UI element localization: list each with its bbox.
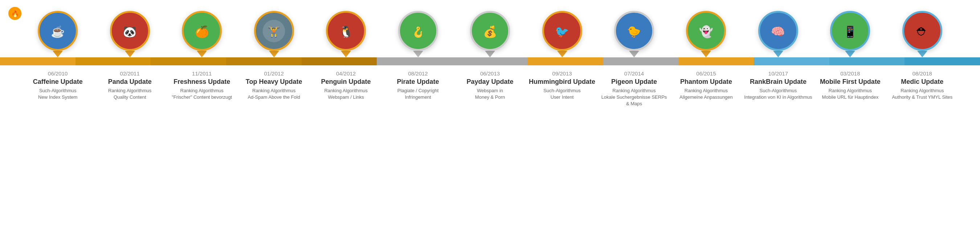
svg-text:🍊: 🍊 [195, 25, 209, 38]
svg-text:⛑: ⛑ [916, 25, 928, 38]
bar-segment-panda [75, 57, 151, 65]
update-info-pirate: 08/2012Pirate UpdatePlagiate / Copyright… [382, 70, 454, 107]
update-desc-mobilefirst: Ranking AlgorithmusMobile URL für Haupti… [816, 88, 884, 100]
update-info-phantom: 06/2015Phantom UpdateRanking Algorithmus… [670, 70, 742, 107]
icon-pointer-caffeine [52, 51, 63, 57]
update-name-topheavy: Top Heavy Update [240, 78, 308, 86]
update-date-pirate: 08/2012 [383, 70, 452, 76]
update-info-caffeine: 06/2010Caffeine UpdateSuch-AlgorithmusNe… [22, 70, 94, 107]
icon-circle-pigeon: 🐤 [614, 11, 654, 51]
update-name-mobilefirst: Mobile First Update [816, 78, 884, 86]
update-info-pigeon: 07/2014Pigeon UpdateRanking AlgorithmusL… [598, 70, 670, 107]
update-icon-medic: ⛑ [886, 11, 958, 57]
bar-segment-payday [452, 57, 528, 65]
update-date-mobilefirst: 03/2018 [816, 70, 884, 76]
icon-pointer-freshness [197, 51, 207, 57]
icon-pointer-mobilefirst [845, 51, 855, 57]
svg-text:🪝: 🪝 [412, 26, 425, 38]
icon-pointer-pigeon [629, 51, 639, 57]
update-name-pigeon: Pigeon Update [600, 78, 668, 86]
bar-segment-freshness [151, 57, 226, 65]
update-info-panda: 02/2011Panda UpdateRanking AlgorithmusQu… [94, 70, 165, 107]
update-date-medic: 08/2018 [888, 70, 956, 76]
update-name-rankbrain: RankBrain Update [744, 78, 812, 86]
bar-segment-pirate [377, 57, 452, 65]
icons-row: ☕🐼🍊🏋🐧🪝💰🐦🐤👻🧠📱⛑ [0, 11, 980, 57]
update-desc-rankbrain: Such-AlgorithmusIntegration von KI in Al… [744, 88, 812, 100]
icon-circle-penguin: 🐧 [326, 11, 366, 51]
svg-text:🐦: 🐦 [555, 25, 569, 38]
update-desc-medic: Ranking AlgorithmusAuthority & Trust YMY… [888, 88, 956, 100]
update-date-phantom: 06/2015 [672, 70, 740, 76]
update-info-hummingbird: 09/2013Hummingbird UpdateSuch-Algorithmu… [526, 70, 598, 107]
update-name-phantom: Phantom Update [672, 78, 740, 86]
update-desc-caffeine: Such-AlgorithmusNew Index System [24, 88, 92, 100]
update-desc-topheavy: Ranking AlgorithmusAd-Spam Above the Fol… [240, 88, 308, 100]
update-info-topheavy: 01/2012Top Heavy UpdateRanking Algorithm… [238, 70, 310, 107]
svg-text:🐼: 🐼 [123, 25, 137, 38]
icon-circle-rankbrain: 🧠 [758, 11, 798, 51]
timeline-container: ☕🐼🍊🏋🐧🪝💰🐦🐤👻🧠📱⛑ 06/2010Caffeine UpdateSuch… [0, 11, 980, 107]
icon-pointer-hummingbird [557, 51, 567, 57]
icon-pointer-topheavy [269, 51, 279, 57]
icon-circle-phantom: 👻 [686, 11, 726, 51]
svg-text:☕: ☕ [51, 25, 65, 38]
update-date-topheavy: 01/2012 [240, 70, 308, 76]
icon-circle-mobilefirst: 📱 [830, 11, 870, 51]
update-date-pigeon: 07/2014 [600, 70, 668, 76]
update-name-panda: Panda Update [95, 78, 164, 86]
update-info-medic: 08/2018Medic UpdateRanking AlgorithmusAu… [886, 70, 958, 107]
bar-segment-hummingbird [528, 57, 603, 65]
icon-pointer-payday [485, 51, 495, 57]
icon-pointer-rankbrain [773, 51, 783, 57]
update-desc-hummingbird: Such-AlgorithmusUser Intent [528, 88, 596, 100]
update-info-rankbrain: 10/2017RankBrain UpdateSuch-AlgorithmusI… [742, 70, 814, 107]
update-info-freshness: 11/2011Freshness UpdateRanking Algorithm… [166, 70, 238, 107]
update-icon-phantom: 👻 [670, 11, 742, 57]
update-name-medic: Medic Update [888, 78, 956, 86]
bar-segment-medic [905, 57, 980, 65]
update-icon-rankbrain: 🧠 [742, 11, 814, 57]
icon-pointer-phantom [701, 51, 711, 57]
timeline-bar [0, 57, 980, 65]
svg-text:📱: 📱 [843, 25, 858, 38]
bar-segment-mobilefirst [829, 57, 905, 65]
icon-circle-pirate: 🪝 [398, 11, 438, 51]
update-date-penguin: 04/2012 [312, 70, 380, 76]
update-date-freshness: 11/2011 [168, 70, 236, 76]
update-date-hummingbird: 09/2013 [528, 70, 596, 76]
update-name-freshness: Freshness Update [168, 78, 236, 86]
update-name-penguin: Penguin Update [312, 78, 380, 86]
info-row: 06/2010Caffeine UpdateSuch-AlgorithmusNe… [0, 70, 980, 107]
update-date-panda: 02/2011 [95, 70, 164, 76]
update-icon-hummingbird: 🐦 [526, 11, 598, 57]
bar-segment-pigeon [603, 57, 679, 65]
icon-circle-hummingbird: 🐦 [542, 11, 582, 51]
update-desc-freshness: Ranking Algorithmus"Frischer" Content be… [168, 88, 236, 100]
icon-pointer-pirate [413, 51, 423, 57]
bar-segment-rankbrain [754, 57, 829, 65]
svg-text:💰: 💰 [483, 25, 497, 38]
update-icon-panda: 🐼 [94, 11, 165, 57]
icon-pointer-panda [125, 51, 135, 57]
update-icon-payday: 💰 [454, 11, 526, 57]
svg-text:🐤: 🐤 [627, 25, 641, 38]
svg-text:🧠: 🧠 [771, 25, 785, 38]
icon-circle-payday: 💰 [470, 11, 510, 51]
update-date-caffeine: 06/2010 [24, 70, 92, 76]
icon-circle-panda: 🐼 [110, 11, 150, 51]
update-name-hummingbird: Hummingbird Update [528, 78, 596, 86]
update-info-mobilefirst: 03/2018Mobile First UpdateRanking Algori… [814, 70, 886, 107]
bar-segment-caffeine [0, 57, 75, 65]
icon-pointer-medic [917, 51, 928, 57]
update-desc-panda: Ranking AlgorithmusQuality Content [95, 88, 164, 100]
update-icon-pirate: 🪝 [382, 11, 454, 57]
update-icon-penguin: 🐧 [310, 11, 382, 57]
update-icon-freshness: 🍊 [166, 11, 238, 57]
update-desc-pirate: Plagiate / CopyrightInfringement [383, 88, 452, 100]
icon-circle-freshness: 🍊 [182, 11, 222, 51]
update-desc-penguin: Ranking AlgorithmusWebspam / Links [312, 88, 380, 100]
bar-segment-penguin [302, 57, 377, 65]
update-info-penguin: 04/2012Penguin UpdateRanking Algorithmus… [310, 70, 382, 107]
svg-text:👻: 👻 [699, 25, 713, 38]
